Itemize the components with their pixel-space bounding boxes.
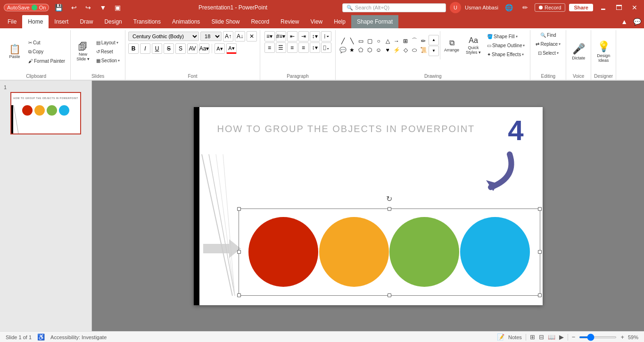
shape-star[interactable]: ★ (347, 46, 356, 54)
shape-arrow[interactable]: → (392, 37, 401, 45)
zoom-out-icon[interactable]: − (572, 334, 576, 341)
handle-bm[interactable] (388, 293, 391, 297)
tab-transitions[interactable]: Transitions (128, 15, 166, 28)
circle-orange[interactable] (319, 217, 389, 287)
shape-hexagon[interactable]: ⬡ (365, 46, 374, 54)
present-button[interactable]: ▣ (112, 3, 124, 12)
copy-button[interactable]: ⧉ Copy (26, 48, 67, 56)
record-button-titlebar[interactable]: Record (535, 3, 565, 12)
shape-rect[interactable]: ▭ (356, 37, 365, 45)
shape-callout[interactable]: 💬 (339, 46, 347, 54)
shapes-scroll-down[interactable]: ▼ (429, 46, 439, 56)
handle-tr[interactable] (538, 207, 542, 211)
zoom-in-icon[interactable]: + (620, 334, 624, 341)
tab-animations[interactable]: Animations (166, 15, 206, 28)
save-button[interactable]: 💾 (52, 3, 66, 12)
minimize-button[interactable]: 🗕 (597, 3, 609, 12)
tab-insert[interactable]: Insert (49, 15, 74, 28)
align-right-button[interactable]: ≡ (287, 42, 297, 53)
shape-triangle[interactable]: △ (383, 37, 392, 45)
shape-roundrect[interactable]: ▢ (365, 37, 374, 45)
replace-button[interactable]: ⇄ Replace ▾ (533, 40, 563, 48)
tab-draw[interactable]: Draw (74, 15, 99, 28)
handle-tl[interactable] (237, 207, 241, 211)
bold-button[interactable]: B (128, 43, 139, 54)
slide-thumbnail[interactable]: HOW TO GROUP THE OBJECTS IN POWERPOINT (10, 92, 81, 134)
numbering-button[interactable]: #≡▾ (276, 31, 286, 42)
tab-file[interactable]: File (2, 15, 22, 28)
justify-button[interactable]: ≡ (298, 42, 309, 53)
find-button[interactable]: 🔍 Find (538, 31, 558, 39)
selection-box[interactable]: ↻ (239, 209, 540, 296)
shape-diamond[interactable]: ◇ (401, 46, 410, 54)
shape-lightning[interactable]: ⚡ (392, 46, 401, 54)
design-ideas-button[interactable]: 💡 DesignIdeas (594, 39, 613, 65)
tab-home[interactable]: Home (22, 15, 49, 28)
increase-font-btn[interactable]: A↑ (223, 31, 233, 42)
zoom-level[interactable]: 59% (628, 334, 638, 340)
italic-button[interactable]: I (140, 43, 150, 54)
circle-green[interactable] (389, 217, 459, 287)
shape-heart[interactable]: ♥ (383, 46, 392, 54)
smart-art-button[interactable]: ⌷▾ (321, 42, 331, 53)
user-avatar[interactable]: U (450, 2, 461, 13)
increase-indent-button[interactable]: ⇥ (298, 31, 309, 42)
shape-ellipse[interactable]: ○ (374, 37, 383, 45)
strikethrough-button[interactable]: S (164, 43, 174, 54)
font-size-select[interactable]: 18 (200, 32, 222, 41)
tab-record[interactable]: Record (245, 15, 275, 28)
handle-br[interactable] (538, 293, 542, 297)
normal-view-icon[interactable]: ⊞ (530, 334, 535, 341)
layout-button[interactable]: ▤ Layout ▾ (94, 39, 122, 47)
highlight-button[interactable]: A▾ (215, 43, 225, 54)
redo-button[interactable]: ↪ (83, 3, 94, 12)
shape-fill-button[interactable]: 🪣 Shape Fill ▾ (485, 33, 527, 41)
char-spacing-button[interactable]: AV (187, 43, 198, 54)
underline-button[interactable]: U (152, 43, 162, 54)
tab-slideshow[interactable]: Slide Show (206, 15, 245, 28)
shape-line[interactable]: ╱ (339, 37, 347, 45)
handle-tm[interactable] (388, 207, 391, 211)
shape-outline-button[interactable]: ▭ Shape Outline ▾ (485, 42, 527, 50)
bullets-button[interactable]: ≡▾ (264, 31, 275, 42)
slide-sorter-icon[interactable]: ⊟ (539, 334, 544, 341)
decrease-indent-button[interactable]: ⇤ (287, 31, 297, 42)
circle-red[interactable] (248, 217, 318, 287)
tab-design[interactable]: Design (99, 15, 127, 28)
shape-scroll[interactable]: 📜 (419, 46, 428, 54)
tab-review[interactable]: Review (275, 15, 305, 28)
main-slide-area[interactable]: HOW TO GROUP THE OBJECTS IN POWERPOINT 4 (92, 81, 644, 331)
handle-mr[interactable] (538, 250, 542, 254)
section-button[interactable]: ▦ Section ▾ (94, 57, 122, 65)
paste-button[interactable]: 📋 Paste (5, 42, 25, 61)
align-left-button[interactable]: ≡ (264, 42, 275, 53)
clear-format-btn[interactable]: ✕ (247, 31, 257, 42)
font-color-button[interactable]: A▾ (226, 43, 237, 54)
shape-more[interactable]: ⊞ (401, 37, 410, 45)
shape-pentagon[interactable]: ⬠ (356, 46, 365, 54)
circle-blue[interactable] (460, 217, 530, 287)
quick-styles-button[interactable]: Aa QuickStyles ▾ (463, 34, 484, 57)
close-button[interactable]: ✕ (629, 3, 640, 12)
decrease-font-btn[interactable]: A↓ (235, 31, 245, 42)
tab-help[interactable]: Help (328, 15, 351, 28)
change-case-button[interactable]: Aa▾ (199, 43, 209, 54)
arrange-button[interactable]: ⧉ Arrange (441, 37, 462, 54)
undo-button[interactable]: ↩ (68, 3, 80, 12)
handle-bl[interactable] (237, 293, 241, 297)
new-slide-button[interactable]: 🗐 NewSlide ▾ (74, 40, 92, 63)
shape-cylinder[interactable]: ⬭ (410, 46, 419, 54)
pen-icon[interactable]: ✏ (520, 3, 531, 12)
shape-line2[interactable]: ╲ (347, 37, 356, 45)
share-button[interactable]: Share (569, 4, 593, 11)
customize-button[interactable]: ▼ (97, 3, 109, 12)
zoom-slider[interactable] (579, 336, 617, 338)
font-family-select[interactable]: Century Gothic (Body) (128, 32, 199, 41)
globe-icon[interactable]: 🌐 (502, 3, 516, 12)
maximize-button[interactable]: 🗖 (613, 3, 625, 12)
text-direction-button[interactable]: ↕▾ (310, 42, 320, 53)
search-bar[interactable]: 🔍 Search (Alt+Q) (342, 3, 446, 12)
shape-connector[interactable]: ⌒ (410, 37, 419, 45)
dictate-button[interactable]: 🎤 Dictate (569, 41, 588, 62)
rotate-handle[interactable]: ↻ (386, 196, 393, 202)
